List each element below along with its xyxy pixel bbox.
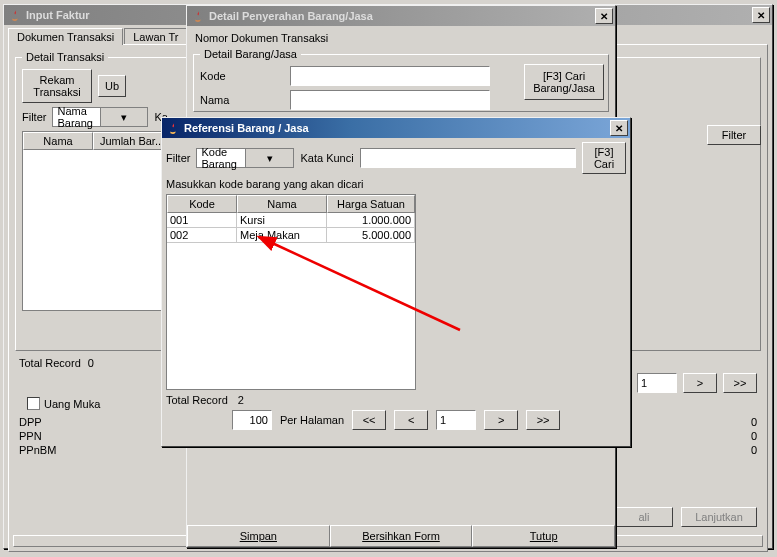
ref-filter-select[interactable]: Kode Barang ▾	[196, 148, 294, 168]
tab-lawan-tr[interactable]: Lawan Tr	[124, 28, 187, 45]
filter-button[interactable]: Filter	[707, 125, 761, 145]
ref-filter-value: Kode Barang	[197, 146, 245, 170]
ppnbm-value: 0	[751, 444, 757, 456]
ref-instruction: Masukkan kode barang yang akan dicari	[166, 178, 626, 190]
ref-filter-label: Filter	[166, 152, 190, 164]
java-icon	[191, 9, 205, 23]
cell-harga: 5.000.000	[327, 228, 415, 243]
main-total-record-label: Total Record	[19, 357, 81, 369]
main-last-button[interactable]: >>	[723, 373, 757, 393]
detail-title: Detail Penyerahan Barang/Jasa	[209, 10, 595, 22]
ref-total-record-value: 2	[238, 394, 244, 406]
detail-transaksi-legend: Detail Transaksi	[22, 51, 108, 63]
checkbox-box	[27, 397, 40, 410]
detail-barang-group: Detail Barang/Jasa Kode [F3] Cari Barang…	[193, 48, 609, 112]
filter-select-value: Nama Barang	[53, 105, 100, 129]
close-icon[interactable]: ✕	[595, 8, 613, 24]
cell-kode: 001	[167, 213, 237, 228]
ubah-button[interactable]: Ub	[98, 75, 126, 97]
ppnbm-label: PPnBM	[19, 444, 79, 456]
kata-kunci-input[interactable]	[360, 148, 576, 168]
bottom-left-button[interactable]: ali	[615, 507, 673, 527]
ref-window: Referensi Barang / Jasa ✕ Filter Kode Ba…	[161, 117, 631, 447]
col-kode[interactable]: Kode	[167, 195, 237, 213]
chevron-down-icon[interactable]: ▾	[245, 149, 294, 167]
main-page-input[interactable]	[637, 373, 677, 393]
chevron-down-icon[interactable]: ▾	[100, 108, 148, 126]
main-total-record-value: 0	[88, 357, 94, 369]
close-icon[interactable]: ✕	[752, 7, 770, 23]
ref-table: Kode Nama Harga Satuan 001Kursi1.000.000…	[166, 194, 416, 390]
nav-next-button[interactable]: >	[484, 410, 518, 430]
tutup-button[interactable]: Tutup	[472, 525, 615, 547]
ref-title: Referensi Barang / Jasa	[184, 122, 610, 134]
f3-cari-button[interactable]: [F3] Cari	[582, 142, 626, 174]
simpan-button[interactable]: Simpan	[187, 525, 330, 547]
lanjutkan-button[interactable]: Lanjutkan	[681, 507, 757, 527]
main-table: Nama Jumlah Bar...	[22, 131, 172, 311]
f3-cari-barang-button[interactable]: [F3] Cari Barang/Jasa	[524, 64, 604, 100]
java-icon	[166, 121, 180, 135]
col-harga[interactable]: Harga Satuan	[327, 195, 415, 213]
nomor-label: Nomor Dokumen Transaksi	[195, 32, 611, 44]
ppn-label: PPN	[19, 430, 79, 442]
table-row[interactable]: 002Meja Makan5.000.000	[167, 228, 415, 243]
detail-barang-legend: Detail Barang/Jasa	[200, 48, 301, 60]
nav-last-button[interactable]: >>	[526, 410, 560, 430]
close-icon[interactable]: ✕	[610, 120, 628, 136]
detail-bottom-buttons: Simpan Bersihkan Form Tutup	[187, 525, 615, 547]
dpp-value: 0	[751, 416, 757, 428]
dpp-label: DPP	[19, 416, 79, 428]
cell-nama: Meja Makan	[237, 228, 327, 243]
ref-total-record-label: Total Record	[166, 394, 228, 406]
nama-input[interactable]	[290, 90, 490, 110]
kode-label: Kode	[200, 70, 284, 82]
java-icon	[8, 8, 22, 22]
nav-page-input[interactable]	[436, 410, 476, 430]
nama-label: Nama	[200, 94, 284, 106]
per-halaman-label: Per Halaman	[280, 414, 344, 426]
cell-nama: Kursi	[237, 213, 327, 228]
per-halaman-input[interactable]	[232, 410, 272, 430]
col-nama[interactable]: Nama	[237, 195, 327, 213]
cell-kode: 002	[167, 228, 237, 243]
ref-titlebar: Referensi Barang / Jasa ✕	[162, 118, 630, 138]
uang-muka-label: Uang Muka	[44, 398, 100, 410]
main-next-button[interactable]: >	[683, 373, 717, 393]
table-row[interactable]: 001Kursi1.000.000	[167, 213, 415, 228]
rekam-transaksi-button[interactable]: Rekam Transaksi	[22, 69, 92, 103]
kata-kunci-label: Kata Kunci	[300, 152, 353, 164]
kode-input[interactable]	[290, 66, 490, 86]
nav-prev-button[interactable]: <	[394, 410, 428, 430]
filter-label: Filter	[22, 111, 46, 123]
uang-muka-checkbox[interactable]: Uang Muka	[27, 397, 100, 410]
col-nama[interactable]: Nama	[23, 132, 93, 150]
ppn-value: 0	[751, 430, 757, 442]
detail-titlebar: Detail Penyerahan Barang/Jasa ✕	[187, 6, 615, 26]
col-jumlah[interactable]: Jumlah Bar...	[93, 132, 171, 150]
cell-harga: 1.000.000	[327, 213, 415, 228]
nav-first-button[interactable]: <<	[352, 410, 386, 430]
bersihkan-button[interactable]: Bersihkan Form	[330, 525, 473, 547]
filter-select[interactable]: Nama Barang ▾	[52, 107, 148, 127]
tab-dokumen-transaksi[interactable]: Dokumen Transaksi	[8, 28, 123, 45]
